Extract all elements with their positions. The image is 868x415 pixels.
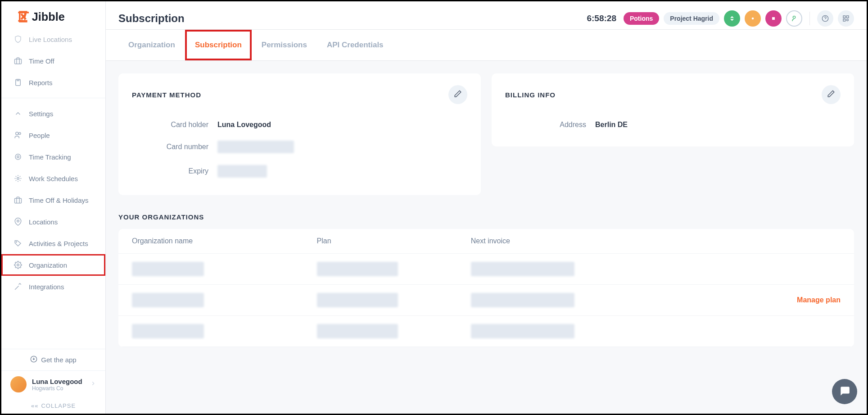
sidebar-item-locations[interactable]: Locations (1, 211, 105, 233)
sidebar-item-label: Integrations (29, 283, 64, 291)
manage-plan-link[interactable]: Manage plan (797, 296, 841, 304)
sidebar-item-label: People (29, 132, 50, 139)
pencil-icon (827, 90, 835, 100)
sidebar-item-time-off[interactable]: Time Off (1, 50, 105, 72)
download-icon (30, 356, 37, 364)
svg-point-5 (16, 132, 18, 135)
cell-invoice (471, 262, 574, 276)
briefcase-icon (14, 196, 23, 205)
payment-method-card: PAYMENT METHOD Card holder Luna Lovegood… (118, 73, 481, 195)
col-plan: Plan (317, 237, 471, 245)
address-label: Address (505, 121, 586, 129)
svg-rect-19 (843, 16, 845, 18)
apps-button[interactable] (838, 10, 854, 27)
svg-text:Jibble: Jibble (32, 10, 65, 23)
stop-button[interactable] (765, 10, 782, 27)
svg-point-7 (15, 154, 21, 160)
sidebar-item-integrations[interactable]: Integrations (1, 276, 105, 297)
svg-point-13 (17, 264, 19, 266)
sidebar-item-label: Reports (29, 79, 53, 87)
edit-billing-button[interactable] (822, 85, 841, 104)
svg-point-11 (17, 220, 19, 222)
sidebar-item-label: Organization (29, 261, 67, 269)
svg-rect-10 (15, 198, 22, 203)
help-button[interactable] (817, 10, 833, 27)
sidebar-item-people[interactable]: People (1, 124, 105, 146)
top-bar: Subscription 6:58:28 Potions Project Hag… (106, 1, 867, 30)
sidebar-item-label: Locations (29, 218, 58, 226)
tab-permissions[interactable]: Permissions (252, 30, 317, 60)
page-title: Subscription (118, 12, 185, 25)
card-holder-value: Luna Lovegood (217, 121, 271, 129)
expiry-label: Expiry (132, 167, 208, 175)
main-content: Subscription 6:58:28 Potions Project Hag… (106, 1, 867, 414)
table-header: Organization name Plan Next invoice (118, 229, 854, 254)
timer-display: 6:58:28 (587, 14, 616, 23)
cell-invoice (471, 293, 574, 307)
project-pill[interactable]: Project Hagrid (664, 12, 719, 25)
col-org-name: Organization name (132, 237, 317, 245)
sidebar-item-label: Time Off & Holidays (29, 196, 89, 204)
logo[interactable]: Jibble (1, 1, 105, 31)
card-holder-label: Card holder (132, 121, 208, 129)
svg-rect-1 (19, 20, 27, 23)
sidebar-item-label: Live Locations (29, 36, 72, 43)
sidebar-item-reports[interactable]: Reports (1, 72, 105, 93)
gear-icon (14, 260, 23, 269)
sidebar-item-organization[interactable]: Organization (1, 254, 105, 276)
chat-widget-button[interactable] (832, 379, 857, 404)
user-name: Luna Lovegood (32, 378, 85, 385)
activity-pill[interactable]: Potions (624, 12, 659, 25)
collapse-button[interactable]: «« COLLAPSE (1, 398, 105, 414)
divider (809, 12, 810, 25)
user-menu[interactable]: Luna Lovegood Hogwarts Co (1, 370, 105, 398)
svg-point-12 (16, 242, 17, 242)
clipboard-icon (14, 78, 23, 87)
sidebar-item-work-schedules[interactable]: Work Schedules (1, 168, 105, 189)
sidebar-item-activities-projects[interactable]: Activities & Projects (1, 233, 105, 254)
chat-icon (839, 385, 850, 398)
sidebar-item-time-tracking[interactable]: Time Tracking (1, 146, 105, 168)
expiry-value (217, 165, 267, 178)
sidebar-item-live-locations[interactable]: Live Locations (1, 31, 105, 50)
sidebar: Jibble Live Locations Time Off Reports S… (1, 1, 106, 414)
svg-rect-4 (16, 79, 21, 86)
chevron-up-icon (14, 109, 23, 118)
svg-rect-21 (843, 19, 845, 21)
tab-organization[interactable]: Organization (118, 30, 185, 60)
cell-org-name (132, 293, 204, 307)
content-area: PAYMENT METHOD Card holder Luna Lovegood… (106, 61, 867, 414)
sidebar-item-settings[interactable]: Settings (1, 103, 105, 124)
sidebar-item-label: Time Tracking (29, 153, 71, 161)
pause-button[interactable] (745, 10, 761, 27)
get-app-label: Get the app (41, 356, 76, 364)
sidebar-item-time-off-holidays[interactable]: Time Off & Holidays (1, 189, 105, 211)
shield-icon (14, 35, 23, 44)
cell-invoice (471, 324, 574, 338)
table-row[interactable] (118, 254, 854, 285)
divider (1, 98, 105, 98)
svg-rect-0 (19, 11, 27, 13)
table-row[interactable]: Manage plan (118, 285, 854, 316)
pencil-icon (454, 90, 462, 100)
cell-plan (317, 324, 398, 338)
user-clock-button[interactable] (786, 10, 802, 27)
chevron-double-left-icon: «« (31, 402, 38, 409)
cell-org-name (132, 262, 204, 276)
orgs-section-title: YOUR ORGANIZATIONS (118, 213, 854, 221)
svg-point-8 (17, 156, 19, 158)
cell-plan (317, 262, 398, 276)
sidebar-item-label: Work Schedules (29, 175, 78, 182)
billing-title: BILLING INFO (505, 91, 556, 99)
get-app-button[interactable]: Get the app (1, 349, 105, 370)
svg-point-6 (19, 132, 21, 135)
svg-rect-20 (846, 16, 849, 18)
table-row[interactable] (118, 316, 854, 347)
tab-subscription[interactable]: Subscription (185, 30, 252, 60)
billing-info-card: BILLING INFO Address Berlin DE (492, 73, 854, 146)
play-button[interactable] (724, 10, 740, 27)
calendar-cog-icon (14, 174, 23, 183)
tab-api-credentials[interactable]: API Credentials (317, 30, 393, 60)
svg-rect-3 (15, 59, 22, 64)
edit-payment-button[interactable] (448, 85, 467, 104)
